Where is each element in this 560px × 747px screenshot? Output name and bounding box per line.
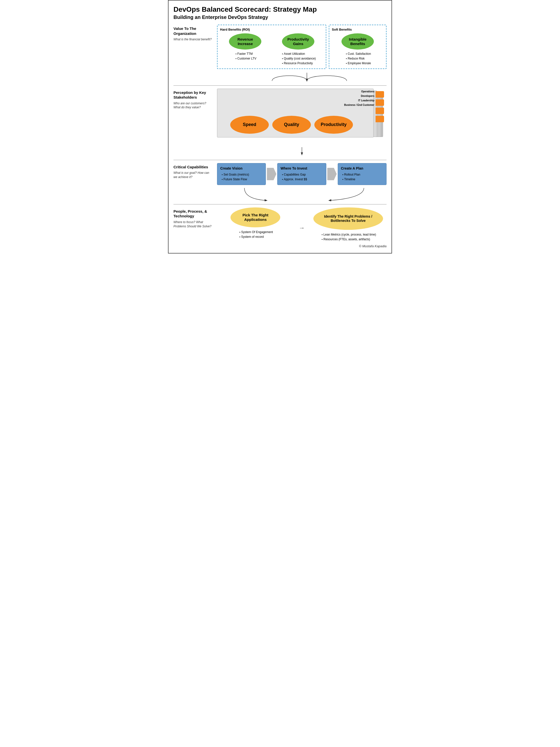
arrow-1 [266, 168, 277, 180]
ppt-row: Pick The Right Applications System Of En… [217, 207, 386, 242]
tab-1 [376, 91, 384, 98]
page-title: DevOps Balanced Scorecard: Strategy Map [174, 5, 386, 14]
identify-bullet-1: Lean Metrics (cycle, process, lead time) [322, 232, 376, 237]
label-developers: Developers [344, 94, 374, 98]
productivity-bullet-1: Asset Utilization [282, 52, 316, 56]
intangible-oval: Intangible Benefits [342, 33, 374, 50]
arrow-value-to-perception [252, 72, 352, 81]
perception-content: Operations Developers IT Leadership Busi… [217, 88, 386, 144]
soft-benefits-inner: Intangible Benefits Cust. Satisfaction R… [332, 33, 383, 66]
pick-apps-bullet-1: System Of Engagement [239, 230, 273, 235]
hard-benefits-box: Hard Benefits (ROI) Revenue Increase Fas… [217, 25, 326, 69]
invest-bullet-2: Approx. Invest $$ [282, 177, 323, 182]
people-section: People, Process, & Technology Where to f… [174, 207, 386, 242]
layer-cards: Operations Developers IT Leadership Busi… [217, 88, 372, 144]
capabilities-title: Critical Capabilities [174, 164, 214, 170]
productivity-oval: Productivity [314, 116, 353, 134]
stakeholder-wrapper: Operations Developers IT Leadership Busi… [217, 88, 386, 144]
identify-bullet-2: Resources (FTEs, assets, artifacts) [322, 237, 376, 242]
capabilities-sub: What is our goal? How can we achieve it? [174, 171, 214, 179]
arrow-2 [326, 168, 338, 180]
people-title: People, Process, & Technology [174, 209, 214, 218]
where-to-invest-bullets: Capabilities Gap Approx. Invest $$ [281, 172, 323, 182]
create-vision-bullets: Set Goals (metrics) Future State Flow [220, 172, 263, 182]
pick-apps-col: Pick The Right Applications System Of En… [217, 207, 294, 239]
speed-oval: Speed [230, 116, 269, 134]
capabilities-section: Critical Capabilities What is our goal? … [174, 163, 386, 185]
perception-title: Perception by Key Stakeholders [174, 90, 214, 100]
intangible-bullet-3: Employee Morale [346, 61, 371, 66]
perception-label: Perception by Key Stakeholders Who are o… [174, 88, 217, 110]
intangible-bullet-1: Cust. Satisfaction [346, 52, 371, 56]
people-sub: Where to focus? What Problems Should We … [174, 220, 214, 229]
capabilities-label: Critical Capabilities What is our goal? … [174, 163, 217, 179]
quality-oval: Quality [272, 116, 311, 134]
identify-problems-col: Identify The Right Problems / Bottleneck… [310, 207, 387, 242]
value-label: Value To The Organization What is the fi… [174, 25, 217, 42]
arrow-capabilities-to-people [217, 187, 391, 201]
value-content: Hard Benefits (ROI) Revenue Increase Fas… [217, 25, 386, 69]
label-it-leadership: IT Leadership [344, 98, 374, 103]
vision-bullet-2: Future State Flow [222, 177, 263, 182]
divider-1 [174, 85, 386, 86]
create-plan-bullets: Rollout Plan Timeline [341, 172, 383, 182]
value-sub: What is the financial benefit? [174, 37, 214, 42]
create-plan-title: Create A Plan [341, 166, 383, 170]
hard-benefits-inner: Revenue Increase Faster TTM Customer LTV… [220, 33, 323, 66]
where-to-invest-title: Where To Invest [281, 166, 323, 170]
tab-2 [376, 99, 384, 106]
identify-problems-bullets: Lean Metrics (cycle, process, lead time)… [320, 232, 376, 242]
ovals-row: Speed Quality Productivity [220, 116, 364, 134]
arrow-perception-to-capabilities [252, 146, 352, 156]
revenue-col: Revenue Increase Faster TTM Customer LTV [220, 33, 270, 66]
tab-indicators [376, 91, 384, 122]
hard-benefits-title: Hard Benefits (ROI) [220, 28, 323, 31]
revenue-bullet-2: Customer LTV [236, 56, 256, 61]
plan-bullet-1: Rollout Plan [343, 172, 383, 177]
people-label: People, Process, & Technology Where to f… [174, 207, 217, 229]
ppt-arrow-icon: → [299, 224, 305, 231]
value-section: Value To The Organization What is the fi… [174, 25, 386, 69]
soft-benefits-box: Soft Benefits Intangible Benefits Cust. … [329, 25, 386, 69]
productivity-bullet-2: Quality (cost avoidance) [282, 56, 316, 61]
capabilities-content: Create Vision Set Goals (metrics) Future… [217, 163, 386, 185]
perception-section: Perception by Key Stakeholders Who are o… [174, 88, 386, 144]
cap-arrow-shape-2 [327, 168, 337, 180]
revenue-bullets: Faster TTM Customer LTV [234, 52, 256, 61]
people-content: Pick The Right Applications System Of En… [217, 207, 386, 242]
intangible-bullet-2: Reduce Risk [346, 56, 371, 61]
productivity-gains-oval: Productivity Gains [282, 33, 314, 50]
cap-arrow-shape-1 [267, 168, 276, 180]
capabilities-row: Create Vision Set Goals (metrics) Future… [217, 163, 386, 185]
label-business: Business / End Customer [344, 103, 374, 107]
soft-benefits-title: Soft Benefits [332, 28, 383, 31]
productivity-bullet-3: Resource Productivity [282, 61, 316, 66]
plan-bullet-2: Timeline [343, 177, 383, 182]
layer-card-business: Operations Developers IT Leadership Busi… [217, 88, 374, 137]
create-vision-title: Create Vision [220, 166, 263, 170]
divider-2 [174, 160, 386, 160]
pick-apps-bullets: System Of Engagement System of record [238, 230, 273, 239]
vision-bullet-1: Set Goals (metrics) [222, 172, 263, 177]
where-to-invest-box: Where To Invest Capabilities Gap Approx.… [277, 163, 326, 185]
identify-problems-oval: Identify The Right Problems / Bottleneck… [313, 207, 383, 230]
intangible-bullets: Cust. Satisfaction Reduce Risk Employee … [344, 52, 371, 66]
tab-4 [376, 116, 384, 122]
revenue-oval: Revenue Increase [229, 33, 261, 50]
create-vision-box: Create Vision Set Goals (metrics) Future… [217, 163, 266, 185]
create-plan-box: Create A Plan Rollout Plan Timeline [338, 163, 386, 185]
productivity-bullets: Asset Utilization Quality (cost avoidanc… [281, 52, 316, 66]
value-title: Value To The Organization [174, 26, 214, 36]
productivity-col: Productivity Gains Asset Utilization Qua… [273, 33, 324, 66]
revenue-bullet-1: Faster TTM [236, 52, 256, 56]
invest-bullet-1: Capabilities Gap [282, 172, 323, 177]
benefits-container: Hard Benefits (ROI) Revenue Increase Fas… [217, 25, 386, 69]
page-subtitle: Building an Enterprise DevOps Strategy [174, 15, 386, 20]
tab-3 [376, 108, 384, 114]
pick-apps-oval: Pick The Right Applications [231, 207, 280, 227]
label-operations: Operations [344, 89, 374, 94]
perception-sub: Who are our customers? What do they valu… [174, 101, 214, 110]
copyright: © Mustafa Kapadia [174, 244, 386, 248]
pick-apps-bullet-2: System of record [239, 235, 273, 239]
